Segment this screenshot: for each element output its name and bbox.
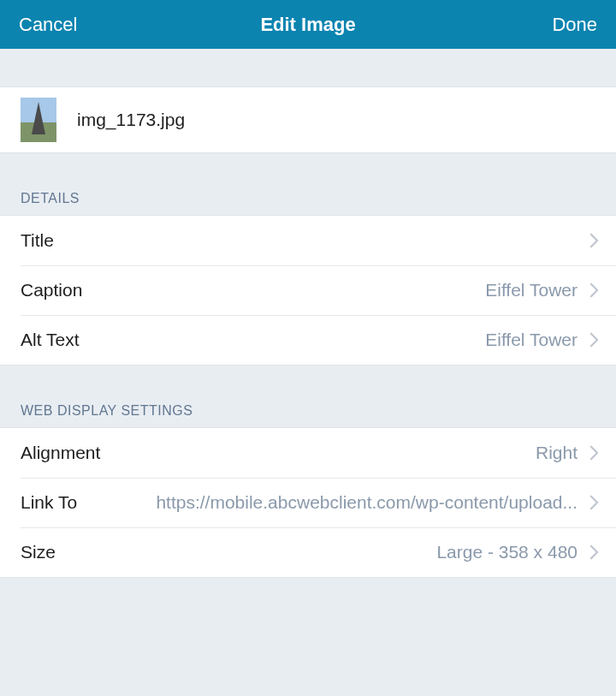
size-label: Size xyxy=(21,542,56,562)
image-thumbnail xyxy=(21,98,56,142)
done-button[interactable]: Done xyxy=(512,14,597,36)
chevron-right-icon xyxy=(589,332,599,348)
alignment-value: Right xyxy=(100,443,578,463)
details-section-header: DETAILS xyxy=(0,191,616,215)
chevron-right-icon xyxy=(589,283,599,298)
navbar: Cancel Edit Image Done xyxy=(0,0,616,49)
title-label: Title xyxy=(21,230,54,251)
caption-value: Eiffel Tower xyxy=(82,280,578,300)
chevron-right-icon xyxy=(589,233,599,248)
title-row[interactable]: Title xyxy=(0,216,616,265)
size-value: Large - 358 x 480 xyxy=(56,542,578,562)
spacer xyxy=(0,153,616,191)
caption-label: Caption xyxy=(21,280,82,300)
chevron-right-icon xyxy=(589,445,599,461)
spacer xyxy=(0,366,616,403)
alignment-row[interactable]: Alignment Right xyxy=(0,428,616,478)
alt-text-row[interactable]: Alt Text Eiffel Tower xyxy=(0,315,616,365)
alt-text-label: Alt Text xyxy=(21,330,79,350)
alt-text-value: Eiffel Tower xyxy=(79,330,578,350)
cancel-button[interactable]: Cancel xyxy=(19,14,104,36)
link-to-label: Link To xyxy=(21,492,77,513)
size-row[interactable]: Size Large - 358 x 480 xyxy=(0,527,616,577)
details-group: Title Caption Eiffel Tower Alt Text Eiff… xyxy=(0,215,616,366)
chevron-right-icon xyxy=(589,544,599,560)
spacer xyxy=(0,49,616,86)
link-to-row[interactable]: Link To https://mobile.abcwebclient.com/… xyxy=(0,478,616,527)
caption-row[interactable]: Caption Eiffel Tower xyxy=(0,265,616,315)
web-section-header: WEB DISPLAY SETTINGS xyxy=(0,403,616,427)
file-row[interactable]: img_1173.jpg xyxy=(0,86,616,153)
page-title: Edit Image xyxy=(104,14,512,36)
web-settings-group: Alignment Right Link To https://mobile.a… xyxy=(0,427,616,578)
file-name: img_1173.jpg xyxy=(77,110,185,130)
link-to-value: https://mobile.abcwebclient.com/wp-conte… xyxy=(77,492,578,513)
chevron-right-icon xyxy=(589,495,599,510)
alignment-label: Alignment xyxy=(21,443,100,463)
